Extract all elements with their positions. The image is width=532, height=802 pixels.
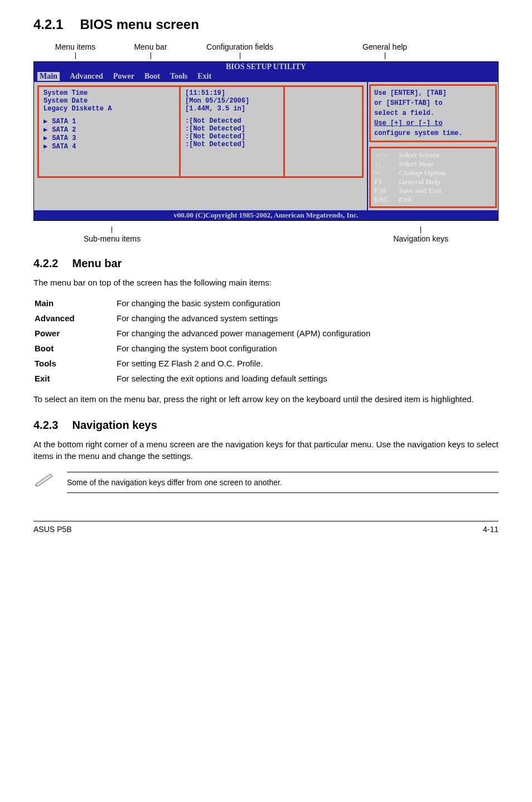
menu-definitions: MainFor changing the basic system config… [33,295,499,386]
def-main-key: Main [35,296,115,310]
heading-title: BIOS menu screen [80,17,199,32]
bios-menu-bar: Main Advanced Power Boot Tools Exit [34,72,498,82]
navigation-keys-box: ←→Select Screen ↑↓Select Item +-Change O… [369,147,497,208]
label-menu-items: Menu items [55,42,95,51]
pencil-icon [33,472,56,486]
def-power-val: For changing the advanced power manageme… [117,326,497,340]
def-exit-key: Exit [35,371,115,385]
menubar-outro: To select an item on the menu bar, press… [33,393,499,405]
def-tools-key: Tools [35,356,115,370]
def-advanced-key: Advanced [35,311,115,325]
bios-title: BIOS SETUP UTILITY [34,62,498,72]
diagram-bottom-labels: Sub-menu items Navigation keys [33,226,499,243]
def-boot-key: Boot [35,341,115,355]
triangle-icon: ▶ [43,126,47,134]
def-main-val: For changing the basic system configurat… [117,296,497,310]
note-box: Some of the navigation keys differ from … [33,472,499,493]
label-general-help: General help [362,42,407,51]
def-tools-val: For setting EZ Flash 2 and O.C. Profile. [117,356,497,370]
value-sata3: :[Not Detected] [185,133,279,141]
value-sata1: :[Not Detected [185,117,279,125]
bios-screenshot: BIOS SETUP UTILITY Main Advanced Power B… [33,61,499,221]
navkeys-text: At the bottom right corner of a menu scr… [33,438,499,462]
triangle-icon: ▶ [43,143,47,151]
diagram-top-labels: Menu items Menu bar Configuration fields… [33,44,499,59]
tab-boot[interactable]: Boot [144,72,160,81]
def-exit-val: For selecting the exit options and loadi… [117,371,497,385]
value-system-time: [11:51:19] [185,89,279,97]
heading-422: 4.2.2Menu bar [33,257,499,270]
heading-421: 4.2.1BIOS menu screen [33,17,499,32]
page-footer: ASUS P5B 4-11 [33,521,499,534]
def-boot-val: For changing the system boot configurati… [117,341,497,355]
triangle-icon: ▶ [43,134,47,142]
def-power-key: Power [35,326,115,340]
triangle-icon: ▶ [43,118,47,125]
value-sata2: :[Not Detected] [185,125,279,133]
general-help-box: Use [ENTER], [TAB] or [SHIFT-TAB] to sel… [369,84,497,142]
value-legacy-diskette: [1.44M, 3.5 in] [185,105,279,113]
config-fields-box: [11:51:19] [Mon 05/15/2006] [1.44M, 3.5 … [179,85,285,178]
bios-copyright: v00.00 (C)Copyright 1985-2002, American … [34,210,498,220]
footer-right: 4-11 [483,525,499,534]
tab-advanced[interactable]: Advanced [70,72,103,81]
label-menu-bar: Menu bar [134,42,167,51]
def-advanced-val: For changing the advanced system setting… [117,311,497,325]
tab-power[interactable]: Power [113,72,134,81]
label-submenu-items: Sub-menu items [84,234,141,243]
menubar-intro: The menu bar on top of the screen has th… [33,277,499,288]
label-navigation-keys: Navigation keys [393,234,448,243]
tab-main[interactable]: Main [37,72,60,81]
label-config-fields: Configuration fields [206,42,273,51]
heading-num: 4.2.1 [33,17,63,32]
tab-exit[interactable]: Exit [197,72,211,81]
footer-left: ASUS P5B [33,525,71,534]
heading-423: 4.2.3Navigation keys [33,419,499,432]
note-text: Some of the navigation keys differ from … [67,472,499,493]
tab-tools[interactable]: Tools [170,72,187,81]
value-sata4: :[Not Detected] [185,141,279,148]
value-system-date: [Mon 05/15/2006] [185,97,279,105]
